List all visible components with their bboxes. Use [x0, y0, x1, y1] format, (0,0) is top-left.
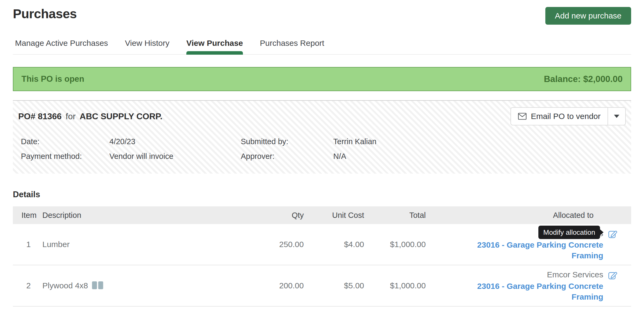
column-header-description: Description — [42, 206, 251, 224]
field-label-payment-method: Payment method: — [21, 152, 109, 161]
purchases-page: Purchases Add new purchase Manage Active… — [0, 0, 644, 307]
item-qty: 250.00 — [251, 224, 304, 265]
po-for-word: for — [64, 111, 77, 121]
tab-purchases-report[interactable]: Purchases Report — [260, 39, 324, 54]
email-po-label: Email PO to vendor — [531, 112, 601, 121]
tab-label: View Purchase — [186, 39, 243, 47]
field-label-approver: Approver: — [241, 152, 333, 161]
field-value-date: 4/20/23 — [109, 137, 241, 146]
item-number: 2 — [13, 265, 42, 306]
add-new-purchase-button[interactable]: Add new purchase — [545, 7, 631, 25]
po-status-banner: This PO is open Balance: $2,000.00 — [13, 67, 631, 91]
table-header-row: Item Description Qty Unit Cost Total All… — [13, 206, 631, 224]
item-total: $1,000.00 — [364, 224, 426, 265]
details-section: Details Item Description Qty Unit Cost T… — [13, 190, 631, 307]
item-unit-cost: $5.00 — [304, 265, 364, 306]
envelope-icon — [518, 113, 527, 120]
item-description: Plywood 4x8 — [42, 281, 88, 290]
column-header-total: Total — [364, 206, 426, 224]
item-total: $1,000.00 — [364, 265, 426, 306]
item-description: Lumber — [42, 240, 70, 249]
tab-view-purchase[interactable]: View Purchase — [186, 39, 243, 54]
field-value-payment-method: Vendor will invoice — [109, 152, 241, 161]
line-items-table: Item Description Qty Unit Cost Total All… — [13, 206, 631, 307]
page-header: Purchases Add new purchase — [13, 5, 631, 25]
tab-label: Manage Active Purchases — [15, 39, 108, 47]
field-label-date: Date: — [21, 137, 109, 146]
field-value-approver: N/A — [333, 152, 626, 161]
email-po-dropdown-toggle[interactable] — [608, 108, 625, 125]
tab-bar: Manage Active Purchases View History Vie… — [13, 39, 631, 55]
po-balance: Balance: $2,000.00 — [544, 74, 623, 84]
allocated-vendor: Emcor Services — [477, 269, 603, 281]
column-header-qty: Qty — [251, 206, 304, 224]
po-number: PO# 81366 — [18, 111, 62, 121]
column-header-item: Item — [13, 206, 42, 224]
chevron-down-icon — [614, 115, 619, 118]
allocated-to-cell: Emcor Services 23016 - Garage Parking Co… — [426, 224, 618, 265]
modify-allocation-tooltip: Modify allocation — [538, 226, 600, 239]
allocated-to-cell: Emcor Services 23016 - Garage Parking Co… — [426, 265, 618, 306]
modify-allocation-button[interactable] — [608, 270, 618, 280]
email-po-split-button: Email PO to vendor — [510, 107, 626, 125]
po-info-grid: Date: 4/20/23 Submitted by: Terrin Kalia… — [18, 137, 626, 161]
edit-icon — [608, 229, 618, 238]
po-title: PO# 81366 for ABC SUPPLY CORP. — [18, 111, 162, 121]
table-row: 2 Plywood 4x8 200.00 $5.00 $1,000.00 — [13, 265, 631, 306]
po-vendor-name: ABC SUPPLY CORP. — [80, 111, 162, 121]
item-qty: 200.00 — [251, 265, 304, 306]
po-summary-section: PO# 81366 for ABC SUPPLY CORP. Email PO … — [13, 100, 631, 174]
tab-label: View History — [125, 39, 169, 47]
book-icon — [92, 281, 103, 290]
po-summary-header: PO# 81366 for ABC SUPPLY CORP. Email PO … — [18, 107, 626, 125]
modify-allocation-button[interactable] — [608, 229, 618, 238]
item-unit-cost: $4.00 — [304, 224, 364, 265]
tab-view-history[interactable]: View History — [125, 39, 169, 54]
table-row: 1 Lumber 250.00 $4.00 $1,000.00 Emcor Se… — [13, 224, 631, 265]
field-label-submitted-by: Submitted by: — [241, 137, 333, 146]
edit-icon — [608, 270, 618, 280]
allocated-job-link[interactable]: 23016 - Garage Parking Concrete Framing — [477, 240, 603, 261]
tab-manage-active-purchases[interactable]: Manage Active Purchases — [15, 39, 108, 54]
column-header-unit-cost: Unit Cost — [304, 206, 364, 224]
page-title: Purchases — [13, 5, 77, 21]
field-value-submitted-by: Terrin Kalian — [333, 137, 626, 146]
item-number: 1 — [13, 224, 42, 265]
details-heading: Details — [13, 190, 631, 199]
column-header-allocated-to: Allocated to — [426, 206, 631, 224]
tab-label: Purchases Report — [260, 39, 324, 47]
active-tab-indicator — [186, 51, 243, 55]
po-status-message: This PO is open — [21, 74, 84, 84]
email-po-button[interactable]: Email PO to vendor — [511, 108, 608, 125]
allocated-job-link[interactable]: 23016 - Garage Parking Concrete Framing — [477, 281, 603, 302]
